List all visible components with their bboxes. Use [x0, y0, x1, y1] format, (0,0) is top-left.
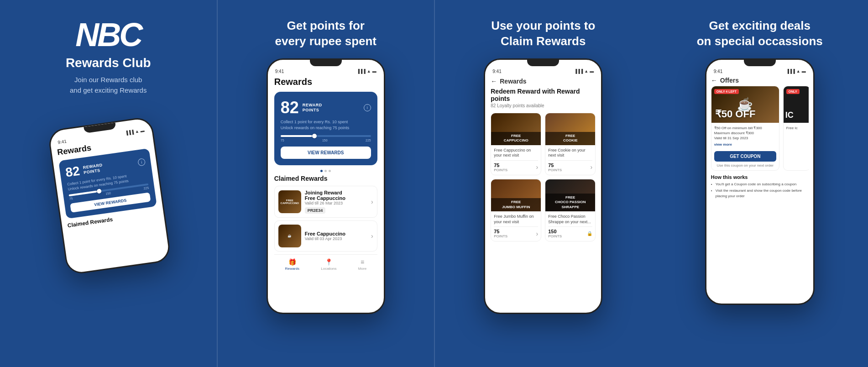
rewards-grid: FREECAPPUCCINO Free Cappuccino on your n… — [491, 113, 596, 242]
phone-notch-3 — [527, 60, 559, 66]
how-works-item-2: Visit the restaurant and show the coupon… — [711, 188, 809, 198]
back-row-4: ← Offers — [711, 75, 809, 86]
phone-mockup-2: 9:41 ▐▐▐ ▲ ▬ Rewards 82 REWARDPOINTS i C… — [267, 58, 385, 314]
wifi-icon-4: ▲ — [796, 69, 800, 73]
nav-locations[interactable]: 📍 Locations — [321, 258, 336, 271]
offer-desc-1: ₹50 Off on minimum bill ₹300 Maximum dis… — [714, 126, 776, 141]
claimed-img-1: FREECAPPUCCINO — [278, 190, 301, 213]
how-works-item-1: You'll get a Coupon code on subscribing … — [711, 182, 809, 187]
reward-desc-muffin: Free Jumbo Muffin on your next visit — [494, 214, 538, 225]
reward-pts-label-cappuccino: POINTS — [494, 168, 507, 172]
status-bar-2: 9:41 ▐▐▐ ▲ ▬ — [268, 66, 384, 75]
time-3: 9:41 — [492, 69, 501, 74]
status-icons-4: ▐▐▐ ▲ ▬ — [786, 69, 806, 73]
reward-img-cappuccino: FREECAPPUCCINO — [491, 113, 541, 145]
redeem-sub: 82 Loyalty points available — [491, 103, 596, 108]
reward-pts-cookie: 75 — [548, 163, 562, 168]
back-row-3: ← Rewards — [491, 75, 596, 88]
wifi-icon-3: ▲ — [584, 69, 588, 73]
offer-card-1[interactable]: ☕ ONLY 4 LEFT ₹50 OFF ₹50 Off on minimum… — [711, 86, 779, 171]
panel-2-heading: Get points forevery rupee spent — [275, 18, 376, 49]
how-works-title: How this works — [711, 174, 809, 180]
nav-more[interactable]: ≡ More — [358, 258, 366, 271]
claimed-info-1: Joining RewardFree Cappuccino Valid till… — [305, 190, 367, 214]
get-coupon-button[interactable]: GET COUPON — [714, 151, 776, 162]
reward-img-cookie: FREECOOKIE — [545, 113, 595, 145]
points-slider-2 — [281, 135, 371, 137]
bottom-nav: 🎁 Rewards 📍 Locations ≡ More — [274, 254, 377, 273]
claimed-item-1[interactable]: FREECAPPUCCINO Joining RewardFree Cappuc… — [274, 186, 377, 218]
view-more-1[interactable]: view more — [714, 142, 776, 147]
slider-labels-2: 75 150 225 — [281, 139, 371, 142]
phone-mockup-4: 9:41 ▐▐▐ ▲ ▬ ← Offers ☕ ONLY 4 LE — [705, 58, 815, 305]
reward-desc-cappuccino: Free Cappuccino on your next visit — [494, 148, 538, 158]
points-label: REWARDPOINTS — [83, 163, 104, 175]
signal-icon-4: ▐▐▐ — [786, 69, 795, 73]
nav-rewards-label: Rewards — [285, 267, 299, 271]
offer-desc-2: Free Ic — [786, 126, 807, 131]
claimed-img-2: ☕ — [278, 225, 301, 247]
signal-icon: ▐▐▐ — [125, 130, 134, 136]
view-rewards-button-2[interactable]: VIEW REWARDS — [281, 147, 371, 159]
claimed-section-title: Claimed Rewards — [274, 175, 377, 182]
status-bar-3: 9:41 ▐▐▐ ▲ ▬ — [485, 66, 601, 75]
reward-overlay-passion: FREECHOCO PASSIONSHRAPPE — [545, 194, 595, 211]
claimed-name-2: Free Cappuccino — [305, 231, 367, 236]
points-label-lg: REWARDPOINTS — [303, 103, 322, 113]
panel-3-heading: Use your points toClaim Rewards — [491, 18, 595, 49]
info-icon-2[interactable]: i — [364, 104, 371, 111]
chevron-right-2: › — [371, 232, 373, 240]
claimed-item-2[interactable]: ☕ Free Cappuccino Valid till 03 Apr 2023… — [274, 220, 377, 252]
signal-icon-2: ▐▐▐ — [357, 69, 366, 73]
reward-desc-passion: Free Choco Passion Shrappe on your next.… — [548, 214, 592, 225]
lock-icon-passion: 🔒 — [587, 231, 592, 236]
time: 9:41 — [58, 139, 67, 145]
reward-pts-muffin: 75 — [494, 229, 507, 234]
battery-icon-2: ▬ — [372, 69, 376, 73]
phone-mockup-3: 9:41 ▐▐▐ ▲ ▬ ← Rewards Redeem Reward wit… — [484, 58, 602, 314]
offer-badge-2: ONLY — [786, 89, 800, 94]
offer-img-2: ONLY IC — [784, 86, 809, 123]
reward-item-cookie[interactable]: FREECOOKIE Free Cookie on your next visi… — [545, 113, 596, 175]
reward-pts-label-cookie: POINTS — [548, 168, 562, 172]
wifi-icon: ▲ — [135, 129, 139, 134]
time-2: 9:41 — [275, 69, 284, 74]
wifi-icon-2: ▲ — [367, 69, 371, 73]
nav-locations-label: Locations — [321, 267, 336, 271]
panel-2: Get points forevery rupee spent 9:41 ▐▐▐… — [218, 0, 435, 367]
back-arrow-4[interactable]: ← — [711, 77, 717, 84]
reward-pts-passion: 150 — [548, 229, 562, 234]
phone-mockup-1: 9:41 ▐▐▐ ▲ ▬ Rewards 82 REWARDPOINTS i C… — [47, 116, 172, 275]
offer-img-1: ☕ ONLY 4 LEFT ₹50 OFF — [711, 86, 779, 123]
how-this-works: How this works You'll get a Coupon code … — [711, 174, 809, 199]
points-desc-full: Collect 1 point for every Rs. 10 spentUn… — [281, 119, 371, 131]
dot-2 — [324, 170, 327, 172]
offer-card-2[interactable]: ONLY IC Free Ic — [783, 86, 809, 171]
back-title-3: Rewards — [500, 78, 526, 85]
back-arrow-3[interactable]: ← — [491, 78, 497, 85]
offer-badge-1: ONLY 4 LEFT — [714, 89, 739, 94]
nav-rewards[interactable]: 🎁 Rewards — [285, 258, 299, 271]
reward-overlay-cookie: FREECOOKIE — [545, 132, 595, 145]
reward-item-cappuccino[interactable]: FREECAPPUCCINO Free Cappuccino on your n… — [491, 113, 541, 175]
reward-img-muffin: FREEJUMBO MUFFIN — [491, 179, 541, 211]
reward-item-passion[interactable]: FREECHOCO PASSIONSHRAPPE Free Choco Pass… — [545, 179, 596, 241]
chevron-cappuccino: › — [536, 163, 539, 171]
phone-notch-2 — [310, 60, 342, 66]
claimed-name-1: Joining RewardFree Cappuccino — [305, 190, 367, 201]
offer-info-1: ₹50 Off on minimum bill ₹300 Maximum dis… — [711, 123, 779, 150]
brand-title: Rewards Club — [66, 56, 151, 70]
offer-price-1: ₹50 OFF — [715, 108, 756, 120]
claimed-info-2: Free Cappuccino Valid till 03 Apr 2023 — [305, 231, 367, 241]
reward-item-muffin[interactable]: FREEJUMBO MUFFIN Free Jumbo Muffin on yo… — [491, 179, 541, 241]
reward-card-full: 82 REWARDPOINTS i Collect 1 point for ev… — [274, 92, 377, 165]
more-nav-icon: ≡ — [361, 258, 364, 266]
location-nav-icon: 📍 — [325, 258, 333, 266]
info-icon[interactable]: i — [137, 158, 146, 166]
battery-icon-4: ▬ — [802, 69, 806, 73]
battery-icon: ▬ — [140, 128, 145, 133]
signal-icon-3: ▐▐▐ — [574, 69, 583, 73]
panel-4: Get exciting dealson special occassions … — [652, 0, 868, 367]
brand-subtitle: Join our Rewards cluband get exciting Re… — [70, 75, 146, 95]
chevron-muffin: › — [536, 230, 539, 237]
